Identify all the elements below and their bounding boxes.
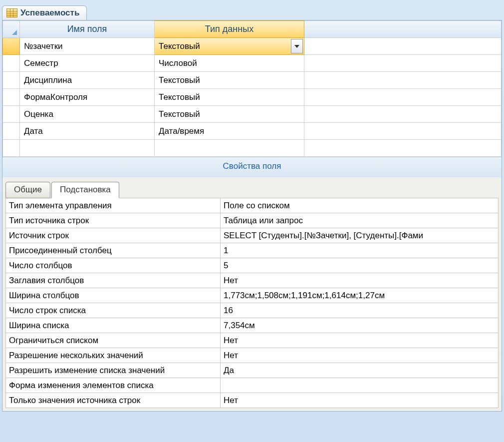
property-label: Ширина списка [6,318,221,333]
field-row[interactable]: ФормаКонтроляТекстовый [3,89,502,106]
lookup-property-grid[interactable]: Тип элемента управленияПоле со спискомТи… [5,198,499,408]
field-name-cell[interactable]: №зачетки [20,38,155,55]
property-row[interactable]: Разрешить изменение списка значенийДа [6,363,499,378]
col-header-type[interactable]: Тип данных [155,21,304,38]
field-type-value: Текстовый [159,109,200,119]
row-selector[interactable] [3,140,20,157]
field-type-cell[interactable]: Текстовый [155,38,304,55]
property-value[interactable]: Нет [221,273,499,288]
tab-general[interactable]: Общие [5,182,50,198]
property-row[interactable]: Заглавия столбцовНет [6,273,499,288]
field-type-cell[interactable]: Текстовый [155,89,304,106]
row-blank[interactable] [304,140,502,157]
field-name-cell[interactable]: Оценка [20,106,155,123]
object-tab[interactable]: Успеваемость [2,5,87,20]
property-label: Тип источника строк [6,213,221,228]
property-row[interactable]: Число строк списка16 [6,303,499,318]
property-row[interactable]: Разрешение нескольких значенийНет [6,348,499,363]
row-selector[interactable] [3,106,20,123]
property-row[interactable]: Тип источника строкТаблица или запрос [6,213,499,228]
property-row[interactable]: Ширина списка7,354см [6,318,499,333]
property-value[interactable] [221,378,499,393]
field-row[interactable]: ДисциплинаТекстовый [3,72,502,89]
row-blank[interactable] [304,89,502,106]
field-name-cell[interactable]: Дата [20,123,155,140]
field-type-cell[interactable] [155,140,304,157]
field-type-value: Текстовый [159,41,200,51]
property-value[interactable]: 1 [221,243,499,258]
property-row[interactable]: Присоединенный столбец1 [6,243,499,258]
property-row[interactable]: Форма изменения элементов списка [6,378,499,393]
property-value[interactable]: 7,354см [221,318,499,333]
property-row[interactable]: Число столбцов5 [6,258,499,273]
field-name-cell[interactable]: Дисциплина [20,72,155,89]
property-row[interactable]: Тип элемента управленияПоле со списком [6,198,499,213]
property-label: Форма изменения элементов списка [6,378,221,393]
field-name-cell[interactable]: ФормаКонтроля [20,89,155,106]
field-row-empty[interactable] [3,140,502,157]
field-type-value: Текстовый [159,92,200,102]
field-name-cell[interactable] [20,140,155,157]
col-header-blank[interactable] [304,21,502,38]
row-selector[interactable] [3,89,20,106]
row-blank[interactable] [304,106,502,123]
field-type-cell[interactable]: Текстовый [155,72,304,89]
property-label: Ограничиться списком [6,333,221,348]
row-blank[interactable] [304,72,502,89]
field-properties-heading: Свойства поля [2,157,502,177]
row-blank[interactable] [304,38,502,55]
field-type-cell[interactable]: Числовой [155,55,304,72]
property-value[interactable]: Нет [221,333,499,348]
property-value[interactable]: Нет [221,348,499,363]
property-sheet: Общие Подстановка Тип элемента управлени… [2,177,502,411]
property-value[interactable]: 16 [221,303,499,318]
property-label: Только значения источника строк [6,393,221,408]
field-row[interactable]: ОценкаТекстовый [3,106,502,123]
property-label: Число столбцов [6,258,221,273]
field-type-cell[interactable]: Дата/время [155,123,304,140]
table-icon [6,8,17,17]
tab-lookup[interactable]: Подстановка [51,182,119,198]
field-design-grid[interactable]: Имя поля Тип данных №зачеткиТекстовыйСем… [2,20,502,157]
row-blank[interactable] [304,55,502,72]
property-label: Разрешение нескольких значений [6,348,221,363]
property-value[interactable]: Поле со списком [221,198,499,213]
field-type-value: Дата/время [159,126,204,136]
field-name-cell[interactable]: Семестр [20,55,155,72]
type-dropdown-button[interactable] [291,39,303,53]
property-row[interactable]: Ограничиться спискомНет [6,333,499,348]
row-selector[interactable] [3,38,20,55]
field-type-value: Текстовый [159,75,200,85]
property-row[interactable]: Только значения источника строкНет [6,393,499,408]
property-row[interactable]: Источник строкSELECT [Студенты].[№Зачетк… [6,228,499,243]
field-type-value: Числовой [159,58,197,68]
field-row[interactable]: СеместрЧисловой [3,55,502,72]
row-blank[interactable] [304,123,502,140]
property-value[interactable]: Нет [221,393,499,408]
property-label: Число строк списка [6,303,221,318]
property-label: Заглавия столбцов [6,273,221,288]
property-value[interactable]: Таблица или запрос [221,213,499,228]
field-row[interactable]: ДатаДата/время [3,123,502,140]
row-selector[interactable] [3,72,20,89]
object-tab-bar: Успеваемость [2,2,502,20]
property-value[interactable]: 1,773см;1,508см;1,191см;1,614см;1,27см [221,288,499,303]
row-selector[interactable] [3,123,20,140]
object-tab-title: Успеваемость [20,8,79,18]
field-row[interactable]: №зачеткиТекстовый [3,38,502,55]
window-frame: Успеваемость Имя поля Тип данных №зачетк… [0,0,504,442]
corner-cell[interactable] [3,21,20,38]
property-label: Источник строк [6,228,221,243]
property-value[interactable]: 5 [221,258,499,273]
property-row[interactable]: Ширина столбцов1,773см;1,508см;1,191см;1… [6,288,499,303]
row-selector[interactable] [3,55,20,72]
property-value[interactable]: SELECT [Студенты].[№Зачетки], [Студенты]… [221,228,499,243]
property-label: Тип элемента управления [6,198,221,213]
property-value[interactable]: Да [221,363,499,378]
property-label: Присоединенный столбец [6,243,221,258]
col-header-name[interactable]: Имя поля [20,21,155,38]
field-type-cell[interactable]: Текстовый [155,106,304,123]
property-label: Ширина столбцов [6,288,221,303]
property-tabs: Общие Подстановка [5,177,499,198]
design-area: Имя поля Тип данных №зачеткиТекстовыйСем… [2,20,502,412]
